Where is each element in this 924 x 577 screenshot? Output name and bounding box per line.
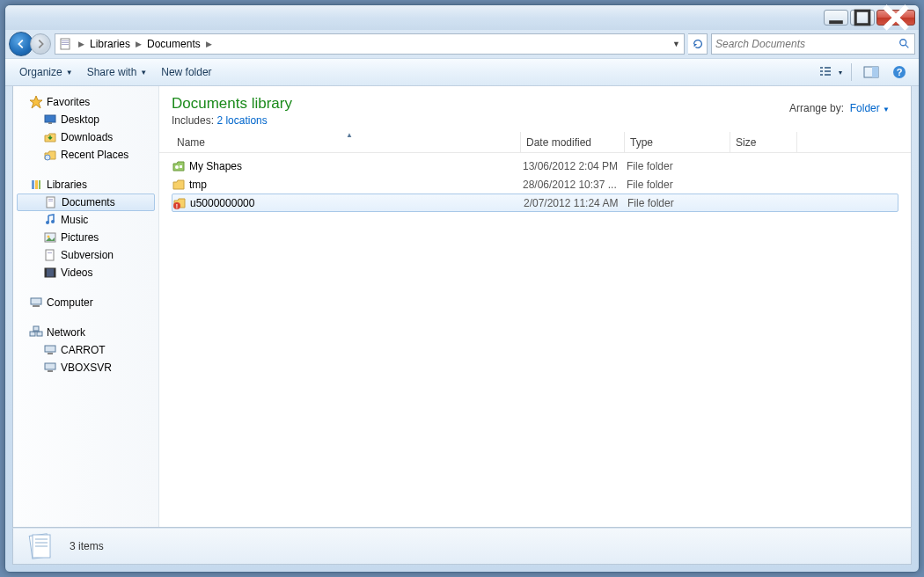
sidebar-carrot[interactable]: CARROT <box>13 341 158 359</box>
column-name[interactable]: Name▲ <box>172 132 521 152</box>
file-type: File folder <box>621 179 727 191</box>
sidebar-pictures[interactable]: Pictures <box>13 229 158 246</box>
sidebar-libraries[interactable]: Libraries <box>13 176 158 194</box>
library-subtitle: Includes: 2 locations <box>172 114 898 127</box>
breadcrumb[interactable]: ▶ Libraries ▶ Documents ▶ ▼ <box>55 33 685 55</box>
sidebar-subversion[interactable]: Subversion <box>13 246 158 264</box>
arrange-by[interactable]: Arrange by: Folder ▼ <box>789 102 890 114</box>
includes-label: Includes: <box>172 114 214 127</box>
svg-rect-17 <box>872 67 878 77</box>
svg-rect-48 <box>48 370 53 372</box>
svg-rect-1 <box>855 11 869 25</box>
file-name: u5000000000 <box>190 197 254 209</box>
sidebar-group-favorites: Favorites Desktop Downloads Recent Place… <box>13 93 158 164</box>
sidebar-item-label: Recent Places <box>61 149 128 161</box>
library-header: Documents library Includes: 2 locations … <box>159 86 911 132</box>
sidebar-documents[interactable]: Documents <box>17 194 155 211</box>
locations-link[interactable]: 2 locations <box>216 114 267 127</box>
svg-rect-42 <box>33 326 39 331</box>
close-button[interactable] <box>876 10 915 26</box>
chevron-right-icon[interactable]: ▶ <box>204 40 214 48</box>
body: Favorites Desktop Downloads Recent Place… <box>12 86 912 528</box>
statusbar: 3 items <box>12 528 912 565</box>
column-type[interactable]: Type <box>625 132 730 152</box>
music-icon <box>43 213 57 227</box>
videos-icon <box>43 266 57 280</box>
search-icon <box>898 38 911 50</box>
sidebar-favorites[interactable]: Favorites <box>13 93 158 111</box>
sync-folder-icon: ! <box>172 196 187 210</box>
file-row[interactable]: tmp 28/06/2012 10:37 ... File folder <box>172 175 898 194</box>
refresh-button[interactable] <box>688 33 708 55</box>
maximize-button[interactable] <box>850 10 875 26</box>
svg-rect-56 <box>35 542 48 544</box>
column-size[interactable]: Size <box>730 132 797 152</box>
sidebar-music[interactable]: Music <box>13 211 158 229</box>
sidebar-item-label: Downloads <box>61 131 113 143</box>
libraries-icon <box>29 178 43 192</box>
sidebar-item-label: Network <box>47 326 85 339</box>
svg-rect-7 <box>62 44 69 45</box>
sidebar-item-label: Subversion <box>61 249 114 261</box>
content: Documents library Includes: 2 locations … <box>159 86 911 527</box>
chevron-right-icon[interactable]: ▶ <box>77 40 86 48</box>
svg-rect-15 <box>825 74 831 76</box>
folder-icon <box>59 37 73 51</box>
svg-point-22 <box>45 155 50 160</box>
svg-rect-12 <box>820 74 823 76</box>
column-date[interactable]: Date modified <box>521 132 625 152</box>
chevron-right-icon[interactable]: ▶ <box>134 40 143 48</box>
chevron-down-icon: ▼ <box>140 69 147 77</box>
breadcrumb-dropdown[interactable]: ▼ <box>668 40 684 48</box>
sidebar-item-label: Favorites <box>47 96 90 108</box>
search-input[interactable] <box>715 38 898 50</box>
new-folder-label: New folder <box>161 66 211 78</box>
forward-button[interactable] <box>30 33 51 55</box>
file-row[interactable]: My Shapes 13/06/2012 2:04 PM File folder <box>172 157 898 175</box>
view-button[interactable]: ▼ <box>819 62 844 82</box>
sidebar-network[interactable]: Network <box>13 324 158 341</box>
titlebar <box>5 5 919 30</box>
separator <box>851 63 852 81</box>
file-type: File folder <box>622 197 728 209</box>
file-name: tmp <box>189 179 207 191</box>
sidebar-downloads[interactable]: Downloads <box>13 128 158 146</box>
sidebar-recent[interactable]: Recent Places <box>13 146 158 164</box>
breadcrumb-libraries[interactable]: Libraries <box>86 38 134 50</box>
svg-rect-47 <box>45 363 55 369</box>
arrange-value: Folder <box>850 102 880 114</box>
svg-rect-13 <box>825 67 831 69</box>
sidebar-item-label: Libraries <box>47 179 87 191</box>
sidebar-vboxsvr[interactable]: VBOXSVR <box>13 359 158 376</box>
svg-point-32 <box>48 236 50 238</box>
svg-text:!: ! <box>176 203 178 209</box>
minimize-button[interactable] <box>824 10 848 26</box>
computer-icon <box>43 361 57 375</box>
organize-button[interactable]: Organize▼ <box>12 62 80 82</box>
sidebar-item-label: CARROT <box>61 344 106 356</box>
file-row[interactable]: ! u5000000000 2/07/2012 11:24 AM File fo… <box>172 194 898 212</box>
svg-rect-26 <box>47 197 55 208</box>
organize-label: Organize <box>19 66 62 78</box>
new-folder-button[interactable]: New folder <box>154 62 218 82</box>
star-icon <box>29 95 43 109</box>
help-button[interactable]: ? <box>887 62 912 82</box>
breadcrumb-documents[interactable]: Documents <box>143 38 204 50</box>
file-name: My Shapes <box>189 160 242 172</box>
file-date: 2/07/2012 11:24 AM <box>518 197 622 209</box>
column-label: Date modified <box>526 136 591 149</box>
svg-line-9 <box>906 45 909 48</box>
sidebar-computer[interactable]: Computer <box>13 294 158 311</box>
svg-point-49 <box>175 165 179 169</box>
preview-pane-button[interactable] <box>859 62 884 82</box>
sidebar-desktop[interactable]: Desktop <box>13 111 158 128</box>
downloads-icon <box>43 130 57 144</box>
folder-icon <box>172 178 186 192</box>
file-type: File folder <box>621 160 727 172</box>
sidebar-group-libraries: Libraries Documents Music Pictures Subve… <box>13 176 158 281</box>
share-button[interactable]: Share with▼ <box>80 62 155 82</box>
svg-rect-6 <box>62 42 69 43</box>
search-box[interactable] <box>711 33 915 55</box>
sidebar-videos[interactable]: Videos <box>13 264 158 281</box>
svg-rect-36 <box>45 268 47 277</box>
